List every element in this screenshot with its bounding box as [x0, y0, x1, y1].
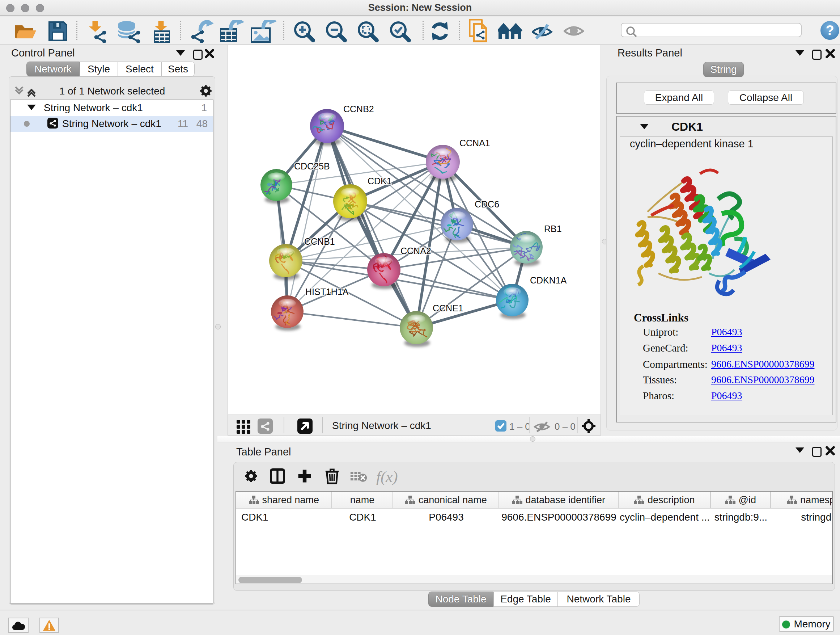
svg-text:CCNA2: CCNA2 — [401, 246, 431, 256]
svg-text:CDKN1A: CDKN1A — [530, 275, 567, 285]
svg-text:CDC25B: CDC25B — [294, 161, 330, 171]
svg-text:CCNB1: CCNB1 — [304, 236, 335, 247]
svg-text:CCNA1: CCNA1 — [459, 138, 490, 148]
svg-text:HIST1H1A: HIST1H1A — [305, 287, 349, 297]
svg-text:RB1: RB1 — [544, 224, 562, 234]
svg-text:?: ? — [826, 23, 834, 38]
svg-text:CDC6: CDC6 — [475, 199, 499, 209]
svg-text:CDK1: CDK1 — [368, 176, 392, 186]
svg-text:CCNB2: CCNB2 — [343, 104, 374, 114]
svg-text:CCNE1: CCNE1 — [433, 303, 463, 313]
